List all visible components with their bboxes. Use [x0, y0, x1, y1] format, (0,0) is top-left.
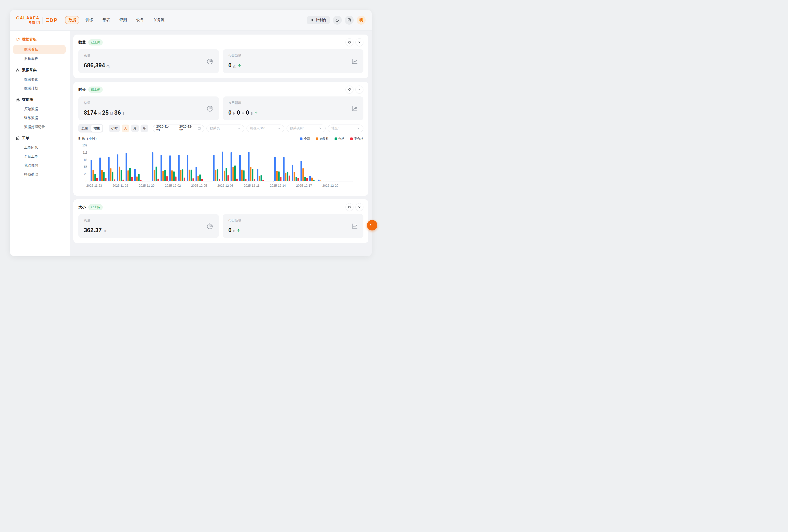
refresh-icon: [348, 205, 351, 209]
brand-cn-text: 星海: [29, 21, 35, 24]
legend-item-合格[interactable]: 合格: [335, 137, 345, 141]
dark-mode-button[interactable]: [333, 16, 342, 25]
sidebar-group-label: 数据湖: [22, 97, 33, 102]
duration-bar-chart[interactable]: 02856831111392025-11-232025-11-262025-11…: [78, 142, 354, 190]
card-duration-title: 时长: [78, 87, 86, 92]
filter-select-数采项目[interactable]: 数采项目:: [287, 125, 326, 132]
today-size-tile: 今日新增 0 B: [223, 214, 363, 238]
nav-tab-训练[interactable]: 训练: [83, 16, 96, 24]
collapse-button[interactable]: [355, 203, 363, 211]
sidebar-group-数据湖[interactable]: 数据湖: [10, 95, 69, 105]
nav-tab-设备[interactable]: 设备: [133, 16, 147, 24]
refresh-button[interactable]: [346, 203, 353, 211]
granularity-option-月[interactable]: 月: [131, 125, 139, 132]
nav-tab-部署[interactable]: 部署: [99, 16, 113, 24]
legend-item-全部[interactable]: 全部: [300, 137, 310, 141]
mode-option-增量[interactable]: 增量: [91, 125, 102, 132]
mode-option-总量[interactable]: 总量: [79, 125, 91, 132]
filter-select-地区[interactable]: 地区:: [328, 125, 363, 132]
refresh-button[interactable]: [346, 85, 353, 94]
granularity-option-天[interactable]: 天: [122, 125, 129, 132]
legend-item-不合格[interactable]: 不合格: [350, 137, 364, 141]
refresh-button[interactable]: [346, 38, 353, 46]
today-label: 今日新增: [228, 54, 241, 58]
svg-text:83: 83: [84, 158, 87, 162]
svg-text:2025-12-14: 2025-12-14: [270, 184, 286, 187]
select-placeholder: 数采员: [210, 126, 220, 130]
granularity-option-小时[interactable]: 小时: [109, 125, 120, 132]
mode-segmented-control: 总量增量: [78, 124, 103, 132]
sidebar-item-全量工单[interactable]: 全量工单: [10, 152, 69, 161]
uploaded-badge: 已上传: [88, 39, 103, 45]
card-size-tiles: 总量 362.37 TB 今日新增 0 B: [78, 214, 363, 238]
nav-tab-评测[interactable]: 评测: [116, 16, 130, 24]
sidebar-item-待我处理[interactable]: 待我处理: [10, 170, 69, 179]
select-placeholder: 机器人SN:: [250, 126, 265, 130]
header-actions: 控制台 胡: [307, 16, 366, 25]
sidebar-group-数据看板[interactable]: 数据看板: [10, 34, 69, 44]
logo-divider: [42, 17, 43, 24]
total-count-tile: 总量 686,394 条: [78, 49, 219, 73]
refresh-icon: [348, 88, 351, 91]
data-lake-icon: [16, 98, 20, 102]
card-count-actions: [346, 38, 363, 46]
today-size-value-row: 0 B: [228, 227, 241, 234]
sidebar-item-原始数据[interactable]: 原始数据: [10, 105, 69, 114]
legend-swatch: [335, 138, 337, 140]
legend-swatch: [350, 138, 353, 140]
unit-h: H: [98, 111, 100, 115]
legend-item-未质检[interactable]: 未质检: [316, 137, 329, 141]
sidebar-item-我管理的[interactable]: 我管理的: [10, 161, 69, 170]
total-count-text: 总量 686,394 条: [84, 54, 110, 69]
sidebar-item-数采看板[interactable]: 数采看板: [13, 45, 66, 54]
svg-text:2025-11-29: 2025-11-29: [139, 184, 155, 187]
legend-label: 不合格: [354, 137, 364, 141]
collapse-button[interactable]: [355, 38, 363, 46]
chart-header: 时长（小时） 全部未质检合格不合格: [78, 137, 363, 141]
legend-label: 未质检: [320, 137, 329, 141]
sidebar-group-工单[interactable]: 工单: [10, 133, 69, 143]
today-count-value: 0: [228, 62, 232, 69]
language-button[interactable]: [345, 16, 354, 25]
total-duration-text: 总量 8174 H 25 M 36 S: [84, 101, 125, 116]
today-label: 今日新增: [228, 101, 258, 105]
nav-tab-数据[interactable]: 数据: [65, 16, 79, 24]
collapse-button[interactable]: [355, 85, 363, 94]
today-count-unit: 条: [233, 64, 236, 68]
card-size-actions: [346, 203, 363, 211]
unit-s: S: [251, 111, 253, 115]
filter-select-机器人SN[interactable]: 机器人SN:: [247, 125, 284, 132]
legend-label: 合格: [338, 137, 345, 141]
select-placeholder: 地区:: [331, 126, 339, 130]
chevron-down-icon: [277, 126, 281, 130]
sidebar-item-工单团队[interactable]: 工单团队: [10, 143, 69, 152]
user-avatar[interactable]: 胡: [357, 16, 366, 25]
granularity-segmented-control: 小时天月年: [109, 125, 148, 132]
sidebar-item-数采要素[interactable]: 数采要素: [10, 75, 69, 84]
sidebar-group-数据采集[interactable]: 数据采集: [10, 65, 69, 75]
date-range-picker[interactable]: 2025-11-23 → 2025-12-22: [153, 125, 204, 132]
sidebar-item-数采计划[interactable]: 数采计划: [10, 84, 69, 93]
svg-text:2025-12-11: 2025-12-11: [244, 184, 259, 187]
sidebar-expand-fab[interactable]: [367, 220, 377, 230]
granularity-option-年[interactable]: 年: [140, 125, 148, 132]
sidebar-item-数据处理记录[interactable]: 数据处理记录: [10, 123, 69, 131]
sidebar-item-训练数据[interactable]: 训练数据: [10, 114, 69, 123]
total-size-tile: 总量 362.37 TB: [78, 214, 219, 238]
sidebar-item-质检看板[interactable]: 质检看板: [10, 55, 69, 63]
filter-selects: 数采员机器人SN:数采项目:地区:: [206, 125, 363, 132]
filter-select-数采员[interactable]: 数采员: [206, 125, 244, 132]
card-duration: 时长 已上传 总量 8174 H 25 M 3: [73, 82, 368, 196]
app-window: GALAXEA 星海 图 ΞDP 数据训练部署评测设备任务流 控制台: [10, 10, 372, 256]
today-size-text: 今日新增 0 B: [228, 218, 241, 234]
chevron-left-icon: [369, 224, 372, 227]
console-button[interactable]: 控制台: [307, 16, 330, 24]
nav-tab-任务流[interactable]: 任务流: [150, 16, 168, 24]
card-count: 数量 已上传 总量 686,394 条: [73, 35, 368, 78]
chevron-down-icon: [356, 126, 360, 130]
unit-h: H: [233, 111, 235, 115]
legend-label: 全部: [304, 137, 310, 141]
unit-m: M: [110, 111, 113, 115]
svg-text:139: 139: [82, 144, 87, 147]
date-start: 2025-11-23: [156, 125, 172, 132]
